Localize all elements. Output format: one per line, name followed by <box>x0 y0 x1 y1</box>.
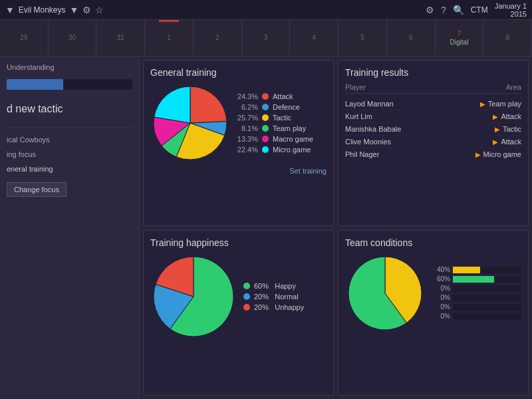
legend-dot <box>262 114 269 121</box>
cond-bar-pct: 0% <box>432 303 450 311</box>
legend-label: Macro game <box>273 135 313 143</box>
results-row: Manishka Babale ▶ Tactic <box>345 123 521 136</box>
team-conditions-title: Team conditions <box>345 237 521 248</box>
calendar-day[interactable]: 2 <box>194 20 242 56</box>
cal-day-num: 6 <box>409 34 413 41</box>
training-results-title: Training results <box>345 67 521 78</box>
arrow-icon: ▶ <box>475 151 481 158</box>
calendar-day[interactable]: 6 <box>387 20 436 56</box>
legend-item: 13.3% Macro game <box>237 135 313 143</box>
results-row: Clive Moonies ▶ Attack <box>345 136 521 148</box>
cond-bar-track <box>453 313 521 320</box>
team-conditions-panel: Team conditions 40% 60% 0% 0% 0% 0% <box>338 230 529 396</box>
results-area: ▶ Micro game <box>475 150 521 158</box>
condition-bar-row: 0% <box>432 313 521 320</box>
results-area: ▶ Team play <box>480 100 521 108</box>
new-tactic-title: d new tactic <box>7 103 132 115</box>
legend-pct: 25.7% <box>237 114 258 122</box>
legend-label: Micro game <box>273 146 311 154</box>
legend-pct: 24.3% <box>237 92 258 100</box>
legend-label: Attack <box>273 92 293 100</box>
arrow-icon: ▶ <box>480 100 485 108</box>
legend-label: 20% Unhappy <box>254 303 304 311</box>
calendar-day[interactable]: 3 <box>242 20 291 56</box>
calendar-day[interactable]: 8 <box>483 20 532 56</box>
progress-bar-fill <box>7 79 63 90</box>
legend-item: 20% Unhappy <box>243 303 304 311</box>
cal-day-num: 2 <box>215 34 219 41</box>
cond-bar-pct: 60% <box>432 275 450 283</box>
date-year: 2015 <box>495 10 527 18</box>
general-training-chart <box>150 83 230 163</box>
legend-item: 24.3% Attack <box>237 92 313 100</box>
calendar-day[interactable]: 4 <box>290 20 338 56</box>
pie-segment <box>190 86 227 123</box>
cond-bar-track <box>453 267 521 273</box>
change-focus-button[interactable]: Change focus <box>7 182 66 197</box>
legend-dot <box>243 304 250 311</box>
calendar-day[interactable]: 5 <box>338 20 387 56</box>
condition-bar-row: 0% <box>432 303 521 311</box>
cond-bar-track <box>453 285 521 292</box>
legend-dot <box>262 146 269 153</box>
condition-bar-row: 40% <box>432 266 521 273</box>
dropdown-arrow2-icon[interactable]: ▼ <box>70 5 79 15</box>
legend-label: Tactic <box>273 114 291 122</box>
results-player: Layod Mannan <box>345 100 480 108</box>
legend-pct: 8.1% <box>237 124 258 132</box>
team-name: Evil Monkeys <box>19 5 66 15</box>
cond-bar-pct: 0% <box>432 294 450 301</box>
main-content: Understanding d new tactic ical Cowboys … <box>0 57 532 399</box>
results-rows: Layod Mannan ▶ Team play Kurt Lim ▶ Atta… <box>345 98 521 161</box>
team-conditions-inner: 40% 60% 0% 0% 0% 0% <box>345 253 521 333</box>
legend-dot <box>262 93 269 100</box>
results-area: ▶ Tactic <box>495 125 521 133</box>
results-player: Manishka Babale <box>345 125 495 133</box>
training-happiness-chart <box>150 253 237 340</box>
col-area: Area <box>506 83 521 91</box>
cal-day-num: 3 <box>264 34 268 41</box>
help-icon[interactable]: ? <box>441 5 446 15</box>
progress-bar-container <box>7 79 132 90</box>
players-icon[interactable]: ☆ <box>95 5 104 15</box>
team-label: ical Cowboys <box>7 136 132 144</box>
calendar-day[interactable]: 30 <box>49 20 97 56</box>
tactics-icon[interactable]: ⚙ <box>82 5 91 15</box>
search-icon[interactable]: 🔍 <box>453 5 464 15</box>
general-training-inner: 24.3% Attack6.2% Defence25.7% Tactic8.1%… <box>150 83 327 163</box>
legend-item: 20% Normal <box>243 293 304 301</box>
set-training-link[interactable]: Set training <box>150 167 327 175</box>
top-bar: ▼ Evil Monkeys ▼ ⚙ ☆ ⚙ ? 🔍 CTM January 1… <box>0 0 532 20</box>
legend-pct: 13.3% <box>237 135 258 143</box>
arrow-icon: ▶ <box>495 126 500 133</box>
dropdown-arrow-icon[interactable]: ▼ <box>5 5 15 15</box>
date-label: January 1 <box>495 2 527 10</box>
cal-day-num: 1 <box>167 34 171 41</box>
cond-bar-track <box>453 304 521 311</box>
legend-item: 6.2% Defence <box>237 103 313 111</box>
results-row: Layod Mannan ▶ Team play <box>345 98 521 110</box>
cond-bar-track <box>453 295 521 301</box>
calendar-day[interactable]: 29 <box>0 20 49 56</box>
calendar-day[interactable]: 31 <box>96 20 145 56</box>
legend-dot <box>262 136 269 142</box>
legend-pct: 22.4% <box>237 146 258 154</box>
results-header: Player Area <box>345 83 521 94</box>
cal-day-num: 5 <box>360 34 364 41</box>
conditions-bars: 40% 60% 0% 0% 0% 0% <box>432 266 521 320</box>
legend-item: 8.1% Team play <box>237 124 313 132</box>
general-training-title: General training <box>150 67 327 78</box>
training-happiness-inner: 60% Happy 20% Normal 20% Unhappy <box>150 253 327 340</box>
results-player: Phil Nager <box>345 150 475 158</box>
pie-segment <box>154 86 190 123</box>
calendar-day[interactable]: 1 <box>145 20 194 56</box>
calendar-day[interactable]: 7 Digital <box>436 20 484 56</box>
legend-item: 25.7% Tactic <box>237 114 313 122</box>
general-training-panel: General training 24.3% Attack6.2% Defenc… <box>143 60 334 226</box>
legend-item: 60% Happy <box>243 282 304 290</box>
cond-bar-pct: 40% <box>432 266 450 273</box>
cal-event: Digital <box>450 39 469 46</box>
results-row: Kurt Lim ▶ Attack <box>345 110 521 123</box>
results-row: Phil Nager ▶ Micro game <box>345 148 521 161</box>
settings-icon[interactable]: ⚙ <box>426 5 434 15</box>
